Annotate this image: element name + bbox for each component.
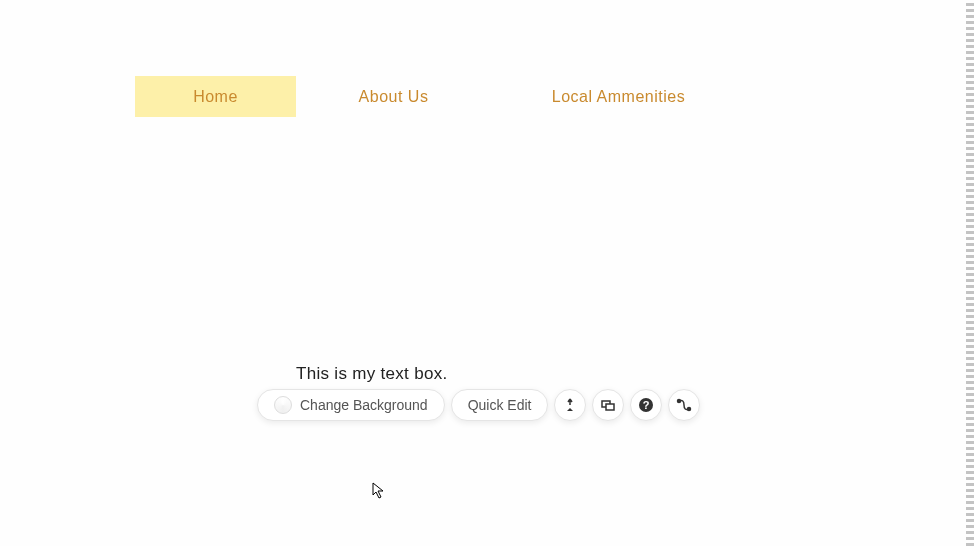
nav-menu: Home About Us Local Ammenities	[135, 76, 746, 117]
svg-point-5	[678, 400, 681, 403]
nav-label: About Us	[359, 88, 429, 106]
mouse-cursor-icon	[372, 482, 386, 500]
svg-marker-0	[567, 408, 573, 411]
text-box[interactable]: This is my text box.	[296, 364, 447, 384]
svg-text:?: ?	[643, 399, 650, 411]
page-boundary-edge	[966, 0, 974, 546]
help-icon-button[interactable]: ?	[630, 389, 662, 421]
stretch-icon-button[interactable]	[554, 389, 586, 421]
text-box-content: This is my text box.	[296, 364, 447, 383]
quick-edit-button[interactable]: Quick Edit	[451, 389, 549, 421]
svg-rect-2	[606, 404, 614, 410]
nav-item-local-amenities[interactable]: Local Ammenities	[491, 76, 746, 117]
svg-point-6	[688, 408, 691, 411]
strip-toolbar: Change Background Quick Edit ?	[257, 389, 700, 421]
stretch-icon	[562, 397, 578, 413]
nav-label: Local Ammenities	[552, 88, 685, 106]
nav-item-home[interactable]: Home	[135, 76, 296, 117]
animation-icon-button[interactable]	[668, 389, 700, 421]
nav-item-about[interactable]: About Us	[296, 76, 491, 117]
layout-icon-button[interactable]	[592, 389, 624, 421]
button-label: Change Background	[300, 397, 428, 413]
button-label: Quick Edit	[468, 397, 532, 413]
color-ring-icon	[274, 396, 292, 414]
help-icon: ?	[638, 397, 654, 413]
nav-label: Home	[193, 88, 238, 106]
layout-icon	[600, 397, 616, 413]
animation-icon	[676, 397, 692, 413]
change-background-button[interactable]: Change Background	[257, 389, 445, 421]
